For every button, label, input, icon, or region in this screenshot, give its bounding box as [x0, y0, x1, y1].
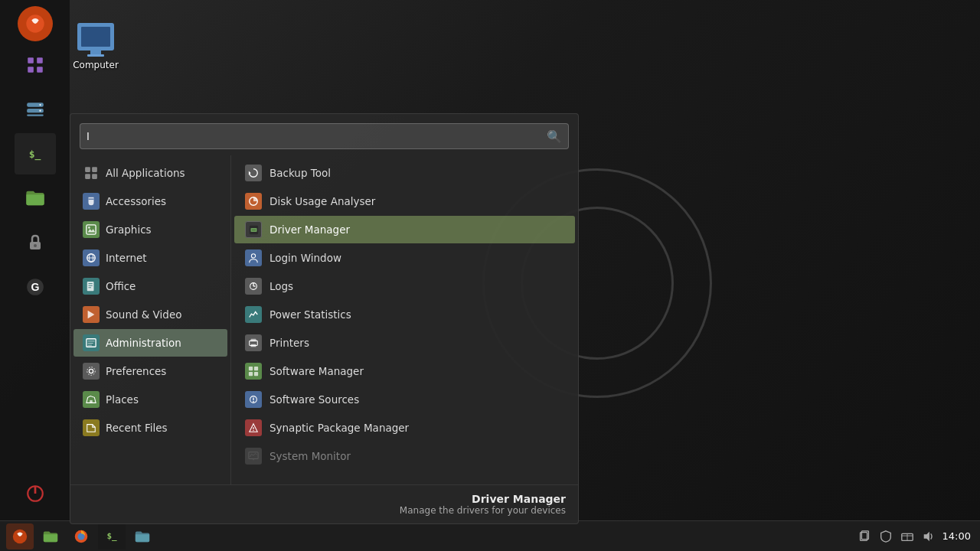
- cat-label: All Applications: [106, 167, 185, 179]
- software-manager-icon: [245, 363, 262, 380]
- svg-rect-50: [254, 367, 258, 370]
- all-apps-icon: [83, 165, 100, 181]
- svg-rect-3: [28, 67, 34, 73]
- cat-accessories[interactable]: Accessories: [74, 187, 227, 215]
- search-bar: 🔍: [70, 114, 578, 155]
- app-printers[interactable]: Printers: [234, 329, 575, 357]
- cat-label: Office: [106, 280, 136, 292]
- taskbar-volume-icon[interactable]: [921, 529, 936, 544]
- taskbar-copy-icon[interactable]: [857, 529, 872, 544]
- svg-rect-41: [252, 229, 256, 230]
- taskbar-terminal-icon: $_: [106, 531, 116, 541]
- cat-label: Graphics: [106, 223, 152, 236]
- sidebar-files-button[interactable]: [15, 89, 56, 130]
- app-label: Disk Usage Analyser: [270, 195, 375, 207]
- taskbar-filemanager-button[interactable]: [37, 523, 64, 549]
- power-statistics-icon: [245, 306, 262, 323]
- taskbar-clock: 14:00: [942, 530, 971, 542]
- app-system-monitor[interactable]: System Monitor: [234, 442, 575, 470]
- sidebar-folder-button[interactable]: [15, 178, 56, 219]
- app-label: Driver Manager: [270, 223, 350, 236]
- cat-administration[interactable]: Administration: [74, 329, 227, 357]
- synaptic-icon: [245, 419, 262, 436]
- app-power-statistics[interactable]: Power Statistics: [234, 301, 575, 328]
- taskbar-folder-icon: [42, 528, 59, 545]
- svg-point-22: [88, 227, 90, 229]
- svg-point-58: [253, 430, 253, 431]
- search-input-wrap[interactable]: 🔍: [80, 123, 569, 149]
- cat-graphics[interactable]: Graphics: [74, 216, 227, 243]
- cat-label: Accessories: [106, 195, 166, 207]
- accessories-icon: [83, 193, 100, 210]
- cat-label: Internet: [106, 252, 147, 264]
- cat-label: Places: [106, 393, 139, 406]
- mint-icon: [24, 13, 46, 34]
- taskbar-shield-icon[interactable]: [878, 529, 893, 544]
- search-submit-icon[interactable]: 🔍: [547, 129, 562, 144]
- taskbar-firefox-button[interactable]: [67, 523, 95, 549]
- menu-columns: All Applications Accessories Graphics In…: [70, 155, 578, 484]
- app-label: Printers: [270, 337, 309, 349]
- cat-recent-files[interactable]: Recent Files: [74, 414, 227, 442]
- svg-point-55: [253, 401, 254, 403]
- software-sources-icon: [245, 391, 262, 408]
- sidebar-menu-button[interactable]: [18, 6, 53, 41]
- svg-rect-16: [85, 167, 90, 172]
- taskbar-network-icon[interactable]: [900, 529, 915, 544]
- cat-internet[interactable]: Internet: [74, 244, 227, 272]
- svg-marker-70: [923, 531, 929, 541]
- svg-rect-20: [89, 199, 94, 200]
- gimp-icon: G: [25, 277, 45, 297]
- app-backup-tool[interactable]: Backup Tool: [234, 159, 575, 187]
- svg-rect-52: [254, 372, 258, 376]
- svg-text:G: G: [31, 281, 39, 293]
- apps-grid-icon: [25, 55, 45, 75]
- storage-icon: [25, 99, 45, 119]
- app-synaptic[interactable]: Synaptic Package Manager: [234, 414, 575, 442]
- app-logs[interactable]: Logs: [234, 272, 575, 300]
- apps-list: Backup Tool Disk Usage Analyser Driver M…: [231, 155, 578, 484]
- svg-rect-51: [249, 372, 253, 376]
- cat-office[interactable]: Office: [74, 272, 227, 300]
- svg-rect-7: [27, 115, 44, 116]
- cat-places[interactable]: Places: [74, 386, 227, 413]
- app-driver-manager[interactable]: Driver Manager: [234, 216, 575, 243]
- categories-list: All Applications Accessories Graphics In…: [70, 155, 231, 484]
- taskbar-nemo-button[interactable]: [129, 523, 156, 549]
- sidebar-lock-button[interactable]: [15, 222, 56, 263]
- preferences-icon: [83, 363, 100, 380]
- taskbar-mint-button[interactable]: [6, 523, 34, 549]
- app-label: Backup Tool: [270, 167, 331, 179]
- cat-all-applications[interactable]: All Applications: [74, 159, 227, 187]
- cat-sound-video[interactable]: Sound & Video: [74, 301, 227, 328]
- app-login-window[interactable]: Login Window: [234, 244, 575, 272]
- menu-footer: Driver Manager Manage the drivers for yo…: [70, 484, 578, 523]
- app-disk-usage[interactable]: Disk Usage Analyser: [234, 187, 575, 215]
- svg-point-42: [251, 254, 255, 258]
- svg-rect-5: [27, 103, 44, 106]
- svg-rect-26: [87, 282, 94, 291]
- power-icon: [25, 484, 45, 504]
- computer-icon-label: Computer: [73, 60, 119, 70]
- sidebar-terminal-button[interactable]: $_: [15, 133, 56, 174]
- search-input[interactable]: [87, 127, 547, 145]
- app-label: Software Manager: [270, 365, 364, 377]
- recent-files-icon: [83, 419, 100, 436]
- terminal-icon: $_: [29, 148, 41, 160]
- sidebar-power-button[interactable]: [15, 473, 56, 514]
- sidebar: $_ G: [0, 0, 70, 520]
- cat-label: Recent Files: [106, 422, 168, 434]
- sidebar-apps-button[interactable]: [15, 44, 56, 86]
- sidebar-g-button[interactable]: G: [15, 266, 56, 308]
- sound-video-icon: [83, 306, 100, 323]
- app-label: Synaptic Package Manager: [270, 422, 409, 434]
- app-software-manager[interactable]: Software Manager: [234, 357, 575, 385]
- taskbar-nemo-icon: [134, 528, 151, 545]
- footer-app-description: Manage the drivers for your devices: [83, 505, 566, 516]
- computer-desktop-icon[interactable]: Computer: [65, 23, 126, 70]
- taskbar-terminal-button[interactable]: $_: [98, 523, 126, 549]
- app-software-sources[interactable]: Software Sources: [234, 386, 575, 413]
- cat-preferences[interactable]: Preferences: [74, 357, 227, 385]
- graphics-icon: [83, 221, 100, 238]
- svg-point-11: [34, 244, 37, 247]
